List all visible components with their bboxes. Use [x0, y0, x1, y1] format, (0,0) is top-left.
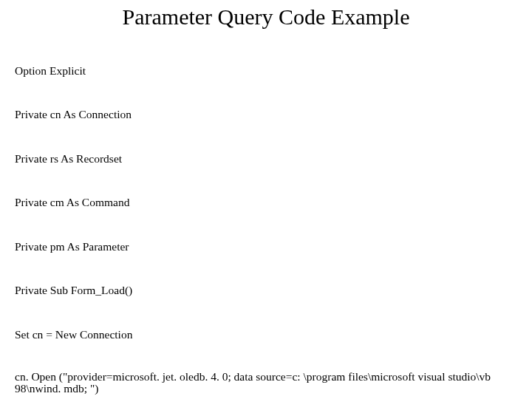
slide: Parameter Query Code Example Option Expl… — [0, 0, 532, 399]
code-line: Private cm As Command — [15, 195, 517, 210]
code-line: cn. Open ("provider=microsoft. jet. oled… — [15, 371, 517, 395]
code-line: Private Sub Form_Load() — [15, 283, 517, 298]
slide-title: Parameter Query Code Example — [15, 4, 517, 30]
code-block: Option Explicit Private cn As Connection… — [15, 34, 517, 399]
code-line: Private pm As Parameter — [15, 239, 517, 254]
code-line: Option Explicit — [15, 64, 517, 78]
code-line: Private cn As Connection — [15, 107, 517, 122]
code-line: Set cn = New Connection — [15, 327, 517, 342]
code-line: Private rs As Recordset — [15, 151, 517, 166]
